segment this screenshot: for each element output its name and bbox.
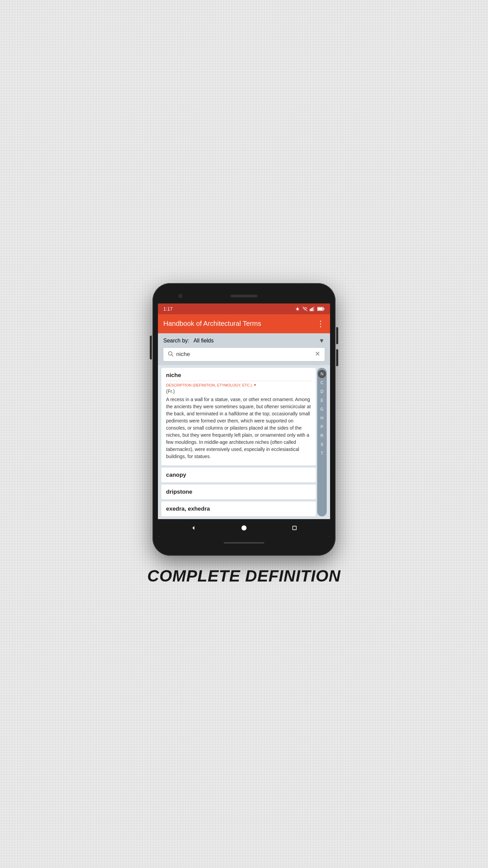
notification-icon xyxy=(295,306,300,312)
search-by-label-text: Search by: xyxy=(163,338,189,343)
status-bar: 1:17 xyxy=(158,303,330,314)
alpha-letter-S[interactable]: S xyxy=(318,440,326,449)
alpha-letter-H[interactable]: H xyxy=(318,414,326,422)
app-bar: Handbook of Architectural Terms ⋮ xyxy=(158,314,330,333)
footer-text: COMPLETE DEFINITION xyxy=(147,567,341,585)
alpha-letter-N[interactable]: N xyxy=(318,370,326,378)
svg-marker-12 xyxy=(192,526,194,530)
definition-text: A recess in a wall for a statue, vase, o… xyxy=(166,396,311,460)
search-input-row: niche xyxy=(163,348,325,361)
wifi-icon xyxy=(302,307,308,311)
svg-rect-6 xyxy=(324,308,325,309)
home-indicator xyxy=(224,542,264,544)
search-by-dropdown-arrow[interactable]: ▼ xyxy=(319,337,325,344)
description-arrow-icon: ▼ xyxy=(253,383,257,387)
back-button[interactable] xyxy=(188,522,199,533)
svg-rect-3 xyxy=(312,308,313,311)
alpha-letter-T[interactable]: T xyxy=(318,449,326,457)
phone-wrapper: 1:17 Handbook of Architectural Terms ⋮ xyxy=(152,283,336,556)
svg-rect-7 xyxy=(318,308,323,310)
phone-frame: 1:17 Handbook of Architectural Terms ⋮ xyxy=(152,283,336,556)
search-by-value: All fields xyxy=(194,338,214,343)
phone-screen: 1:17 Handbook of Architectural Terms ⋮ xyxy=(158,303,330,537)
results-list: niche DESCRIPTION (DEFINITION, ETYMOLOGY… xyxy=(161,368,316,516)
recent-apps-button[interactable] xyxy=(289,522,300,533)
search-area: Search by: All fields ▼ niche xyxy=(158,333,330,365)
result-card-niche[interactable]: niche DESCRIPTION (DEFINITION, ETYMOLOGY… xyxy=(161,368,316,466)
phone-bottom-bar xyxy=(158,539,330,546)
alpha-letter-E[interactable]: E xyxy=(318,396,326,405)
app-title: Handbook of Architectural Terms xyxy=(163,320,261,328)
phone-top-bar xyxy=(158,290,330,302)
search-icon xyxy=(167,351,174,358)
alphabet-sidebar: N C D E G H P R S T xyxy=(317,368,327,516)
signal-icon xyxy=(310,307,315,311)
results-area: niche DESCRIPTION (DEFINITION, ETYMOLOGY… xyxy=(158,365,330,519)
term-title-exedra: exedra, exhedra xyxy=(166,506,311,512)
power-button[interactable] xyxy=(150,336,152,359)
term-title-dripstone: dripstone xyxy=(166,489,311,495)
svg-rect-2 xyxy=(311,308,312,311)
volume-up-button[interactable] xyxy=(336,327,338,344)
alpha-letter-P[interactable]: P xyxy=(318,423,326,431)
alpha-letter-C[interactable]: C xyxy=(318,379,326,387)
more-menu-button[interactable]: ⋮ xyxy=(317,319,325,329)
speaker xyxy=(230,295,258,297)
result-card-canopy[interactable]: canopy xyxy=(161,468,316,482)
description-label-text: DESCRIPTION (DEFINITION, ETYMOLOGY, ETC.… xyxy=(166,383,252,387)
status-icons xyxy=(295,306,325,312)
svg-rect-14 xyxy=(293,526,297,530)
svg-line-9 xyxy=(171,355,173,356)
search-by-row: Search by: All fields ▼ xyxy=(163,337,325,344)
alpha-letter-D[interactable]: D xyxy=(318,388,326,396)
term-title-niche: niche xyxy=(166,372,311,381)
camera xyxy=(178,294,182,298)
result-card-dripstone[interactable]: dripstone xyxy=(161,485,316,499)
description-label[interactable]: DESCRIPTION (DEFINITION, ETYMOLOGY, ETC.… xyxy=(166,383,311,387)
search-by-label: Search by: All fields xyxy=(163,338,214,344)
result-card-exedra[interactable]: exedra, exhedra xyxy=(161,501,316,516)
bottom-nav xyxy=(158,519,330,537)
etymology-text: (Fr.) xyxy=(166,389,311,394)
alpha-letter-R[interactable]: R xyxy=(318,432,326,440)
battery-icon xyxy=(317,307,325,311)
svg-rect-1 xyxy=(310,309,311,311)
search-input[interactable]: niche xyxy=(176,351,314,358)
alpha-letter-G[interactable]: G xyxy=(318,405,326,413)
svg-rect-4 xyxy=(313,307,314,311)
status-time: 1:17 xyxy=(163,306,172,312)
volume-down-button[interactable] xyxy=(336,349,338,366)
clear-search-button[interactable] xyxy=(314,351,321,358)
term-title-canopy: canopy xyxy=(166,472,311,478)
svg-point-13 xyxy=(241,525,246,530)
home-button[interactable] xyxy=(239,522,249,533)
